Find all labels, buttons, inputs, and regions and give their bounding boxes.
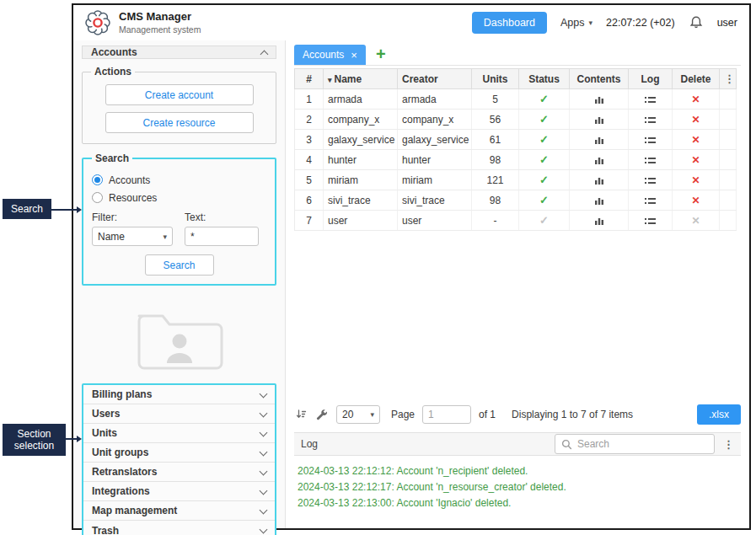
delete-cell[interactable]: ✕ [673, 110, 720, 130]
delete-cell[interactable]: ✕ [673, 89, 720, 110]
contents-cell[interactable] [570, 170, 629, 190]
contents-cell[interactable] [570, 130, 629, 150]
status-cell[interactable]: ✓ [519, 110, 570, 130]
status-check-icon[interactable]: ✓ [539, 133, 549, 146]
log-menu-icon[interactable]: ⋮ [723, 438, 734, 451]
sidebar-section-unit-groups[interactable]: Unit groups [83, 443, 275, 463]
contents-chart-icon[interactable] [594, 217, 604, 226]
notifications-bell-icon[interactable] [689, 15, 704, 30]
delete-cell[interactable]: ✕ [673, 211, 720, 231]
table-row[interactable]: 7 user user - ✓ ✕ [295, 211, 737, 231]
contents-chart-icon[interactable] [594, 196, 604, 206]
col-header-name[interactable]: ▾Name [324, 69, 398, 89]
sidebar-section-users[interactable]: Users [83, 404, 275, 424]
contents-chart-icon[interactable] [594, 95, 604, 104]
search-button[interactable]: Search [145, 254, 214, 276]
account-name-cell[interactable]: galaxy_service [324, 130, 398, 150]
delete-x-icon[interactable]: ✕ [691, 114, 700, 126]
table-row[interactable]: 6 sivi_trace sivi_trace 98 ✓ ✕ [295, 190, 737, 211]
delete-cell[interactable]: ✕ [673, 190, 720, 211]
account-name-cell[interactable]: company_x [324, 110, 398, 130]
contents-cell[interactable] [570, 150, 629, 170]
delete-cell[interactable]: ✕ [673, 170, 720, 190]
sidebar-section-units[interactable]: Units [83, 424, 275, 443]
delete-x-icon[interactable]: ✕ [691, 94, 700, 105]
page-size-select[interactable]: 20 ▾ [336, 405, 380, 424]
tab-accounts[interactable]: Accounts × [294, 45, 366, 65]
sidebar-section-billing-plans[interactable]: Billing plans [83, 385, 275, 404]
dashboard-button[interactable]: Dashboard [472, 12, 547, 34]
log-list-icon[interactable] [645, 197, 656, 205]
account-name-cell[interactable]: miriam [324, 170, 398, 190]
delete-x-icon[interactable]: ✕ [691, 215, 700, 227]
log-cell[interactable] [629, 211, 673, 231]
user-menu[interactable]: user [717, 17, 737, 29]
account-name-cell[interactable]: sivi_trace [324, 190, 398, 211]
table-row[interactable]: 4 hunter hunter 98 ✓ ✕ [295, 150, 737, 170]
search-text-input[interactable] [185, 227, 259, 246]
status-cell[interactable]: ✓ [519, 89, 570, 110]
status-cell[interactable]: ✓ [519, 170, 570, 190]
status-check-icon[interactable]: ✓ [539, 174, 549, 186]
status-cell[interactable]: ✓ [519, 190, 570, 211]
table-row[interactable]: 5 miriam miriam 121 ✓ ✕ [295, 170, 737, 190]
delete-cell[interactable]: ✕ [673, 130, 720, 150]
delete-x-icon[interactable]: ✕ [691, 154, 700, 166]
table-row[interactable]: 2 company_x company_x 56 ✓ ✕ [295, 110, 737, 130]
log-cell[interactable] [629, 190, 673, 211]
contents-cell[interactable] [570, 110, 629, 130]
log-cell[interactable] [629, 89, 673, 110]
add-tab-button[interactable]: + [376, 45, 386, 65]
account-name-cell[interactable]: user [324, 211, 398, 231]
col-header-num[interactable]: # [295, 69, 324, 89]
sidebar-section-retranslators[interactable]: Retranslators [83, 463, 275, 482]
sidebar-section-map-management[interactable]: Map management [83, 501, 275, 521]
status-cell[interactable]: ✓ [519, 130, 570, 150]
status-check-icon[interactable]: ✓ [539, 113, 549, 126]
filter-select[interactable]: Name ▾ [92, 227, 173, 246]
log-list-icon[interactable] [645, 96, 656, 104]
contents-cell[interactable] [570, 211, 629, 231]
contents-cell[interactable] [570, 190, 629, 211]
status-check-icon[interactable]: ✓ [539, 214, 549, 227]
account-name-cell[interactable]: hunter [324, 150, 398, 170]
contents-chart-icon[interactable] [594, 115, 604, 125]
radio-accounts[interactable]: Accounts [92, 171, 266, 189]
log-search-input[interactable] [577, 438, 708, 450]
log-cell[interactable] [629, 130, 673, 150]
log-cell[interactable] [629, 110, 673, 130]
create-resource-button[interactable]: Create resource [105, 112, 254, 133]
status-cell[interactable]: ✓ [519, 150, 570, 170]
table-row[interactable]: 3 galaxy_service galaxy_service 61 ✓ ✕ [295, 130, 737, 150]
radio-resources[interactable]: Resources [92, 189, 266, 206]
sort-icon[interactable] [294, 408, 308, 421]
log-list-icon[interactable] [645, 116, 656, 124]
contents-chart-icon[interactable] [594, 176, 604, 185]
contents-chart-icon[interactable] [594, 156, 604, 165]
col-header-delete[interactable]: Delete [673, 69, 720, 89]
sidebar-panel-accounts[interactable]: Accounts [82, 45, 276, 59]
table-menu-icon[interactable]: ⋮ [720, 69, 737, 89]
table-row[interactable]: 1 armada armada 5 ✓ ✕ [295, 89, 737, 110]
col-header-log[interactable]: Log [629, 69, 673, 89]
contents-chart-icon[interactable] [594, 136, 604, 145]
close-icon[interactable]: × [351, 50, 357, 61]
sidebar-section-integrations[interactable]: Integrations [83, 482, 275, 501]
status-check-icon[interactable]: ✓ [539, 194, 549, 206]
delete-x-icon[interactable]: ✕ [691, 134, 700, 146]
status-check-icon[interactable]: ✓ [539, 93, 549, 105]
wrench-icon[interactable] [315, 408, 329, 421]
log-list-icon[interactable] [645, 177, 656, 185]
log-list-icon[interactable] [645, 217, 656, 225]
contents-cell[interactable] [570, 89, 629, 110]
log-list-icon[interactable] [645, 157, 656, 164]
export-xlsx-button[interactable]: .xlsx [697, 404, 741, 425]
col-header-units[interactable]: Units [472, 69, 519, 89]
apps-menu[interactable]: Apps ▾ [560, 17, 592, 29]
delete-x-icon[interactable]: ✕ [691, 174, 700, 186]
log-list-icon[interactable] [645, 136, 656, 144]
col-header-creator[interactable]: Creator [398, 69, 472, 89]
log-cell[interactable] [629, 150, 673, 170]
page-number-input[interactable] [422, 405, 471, 424]
sidebar-section-trash[interactable]: Trash [83, 521, 275, 535]
